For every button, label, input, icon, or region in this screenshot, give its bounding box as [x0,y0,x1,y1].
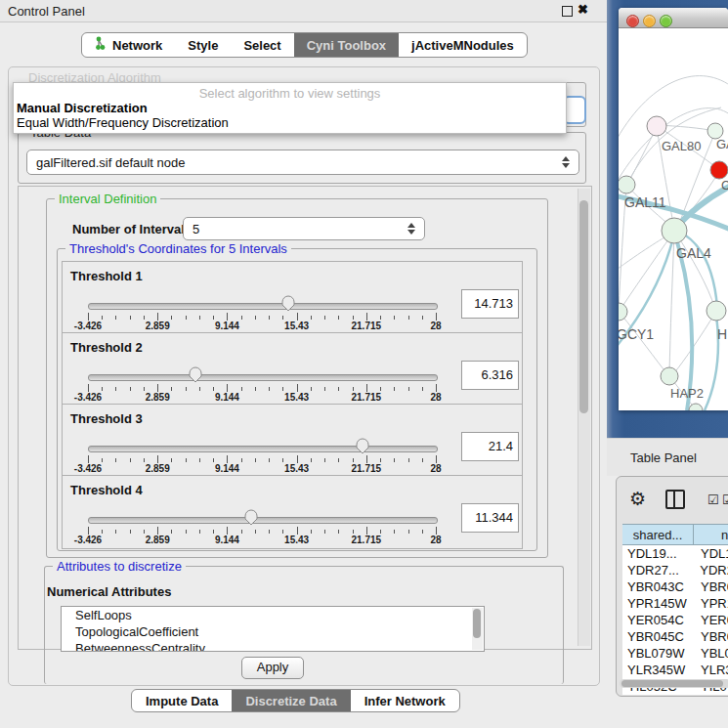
scrollbar-thumb[interactable] [473,609,481,638]
tick-mark [422,458,423,462]
table-data-combobox[interactable]: galFiltered.sif default node [26,150,579,175]
slider-scale-labels: -3.4262.8599.14415.4321.71528 [88,392,436,404]
slider-thumb[interactable] [355,437,370,455]
list-item[interactable]: SelfLoops [62,607,484,623]
close-traffic-light-icon[interactable] [626,15,639,27]
slider-track[interactable] [88,517,438,524]
table-row[interactable]: YER054CYER0 [622,612,728,628]
tick-mark [144,387,145,391]
scale-label: 9.144 [215,392,239,403]
slider-scale-labels: -3.4262.8599.14415.4321.71528 [88,463,436,475]
table-row[interactable]: YBR045CYBR0 [622,628,728,645]
tick-mark [353,458,354,462]
float-window-icon[interactable] [562,6,573,17]
tab-style[interactable]: Style [175,33,231,57]
threshold-value-field[interactable]: 11.344 [461,503,519,533]
threshold-value-field[interactable]: 14.713 [461,289,519,319]
cell-shared-name: YBR045C [622,629,698,644]
tick-mark [366,313,367,321]
list-item[interactable]: BetweennessCentrality [62,640,484,652]
slider-track[interactable] [88,446,438,452]
network-node[interactable] [619,176,635,193]
zoom-traffic-light-icon[interactable] [660,15,672,27]
tick-mark [255,387,256,391]
group-title: Attributes to discretize [53,559,186,574]
scale-label: 9.144 [215,535,239,545]
tick-mark [88,527,89,535]
network-node[interactable] [689,404,703,410]
tick-mark [324,530,325,534]
scale-label: 21.715 [352,535,382,545]
table-row[interactable]: YBR043CYBR0 [622,578,728,595]
tab-infer-network[interactable]: Infer Network [351,690,459,711]
algorithm-dropdown-popup: Select algorithm to view settings Manual… [13,82,567,134]
tick-mark [171,458,172,462]
cell-name: YLR3 [698,663,728,677]
tick-mark [213,316,214,320]
tick-mark [157,313,158,321]
network-window: GAL80GACGAL11GAL4GCY1HHAP2 [619,8,728,410]
horizontal-scrollbar[interactable] [620,679,728,688]
network-node[interactable] [647,116,666,136]
apply-button[interactable]: Apply [241,657,304,679]
network-node[interactable] [710,161,728,179]
tick-mark [255,458,256,462]
slider-track[interactable] [88,303,438,310]
slider-track[interactable] [88,374,438,381]
threshold-panel: Threshold 4 -3.4262.8599.14415.4321.7152… [62,475,523,549]
dropdown-option-equal-width[interactable]: Equal Width/Frequency Discretization [17,115,229,130]
tick-mark [269,387,270,391]
settings-gear-icon[interactable]: ⚙ [629,488,646,510]
checkbox-icon[interactable]: ☑ [722,492,728,507]
network-node[interactable] [707,301,726,321]
tab-jactivemnodules[interactable]: jActiveMNodules [399,33,527,57]
dropdown-option-manual[interactable]: Manual Discretization [17,101,148,115]
cell-name: YER0 [698,613,728,627]
network-node[interactable] [661,367,678,385]
list-scrollbar[interactable] [472,608,483,650]
scale-label: -3.426 [74,535,102,545]
minimize-traffic-light-icon[interactable] [643,15,656,27]
dropdown-placeholder-option[interactable]: Select algorithm to view settings [14,86,566,101]
table-row[interactable]: YDR27...YDR2 [622,562,728,578]
column-header-shared-name[interactable]: shared... [622,525,694,544]
tab-discretize-data[interactable]: Discretize Data [232,690,350,711]
column-layout-icon[interactable] [665,490,685,509]
network-node[interactable] [619,303,627,321]
tick-mark [102,316,103,320]
threshold-value-field[interactable]: 21.4 [461,432,519,461]
tab-network[interactable]: Network [82,33,175,57]
threshold-value-field[interactable]: 6.316 [461,361,519,390]
tick-mark [436,384,437,392]
cyni-bottom-tabs: Impute Data Discretize Data Infer Networ… [131,689,460,712]
network-canvas[interactable]: GAL80GACGAL11GAL4GCY1HHAP2 [619,27,728,410]
slider-thumb[interactable] [280,294,296,313]
network-node[interactable] [662,218,687,243]
tick-mark [130,387,131,391]
list-item[interactable]: TopologicalCoefficient [62,623,484,640]
close-icon[interactable]: ✖ [578,2,588,17]
tab-impute-data[interactable]: Impute Data [132,690,232,711]
tick-mark [130,458,131,462]
table-row[interactable]: YLR345WYLR3 [622,662,728,678]
slider-thumb[interactable] [243,508,259,527]
tick-mark [408,316,409,320]
num-intervals-combobox[interactable]: 5 [183,217,425,240]
column-header-name[interactable]: n [694,525,728,544]
table-row[interactable]: YDL19...YDL1 [622,545,728,562]
scrollbar-thumb[interactable] [579,200,588,413]
node-label: C [721,178,728,193]
tick-mark [353,387,354,391]
table-row[interactable]: YPR145WYPR1 [622,595,728,612]
network-window-titlebar[interactable] [619,8,728,28]
table-data-group: Table Data galFiltered.sif default node [18,132,586,184]
slider-thumb[interactable] [188,365,203,384]
scrollbar-thumb[interactable] [621,680,723,687]
tab-select[interactable]: Select [231,33,293,57]
tab-cyni-toolbox[interactable]: Cyni Toolbox [294,33,399,57]
tick-mark [227,313,228,321]
checkbox-icon[interactable]: ☑ [707,492,719,507]
cell-shared-name: YBR043C [622,579,698,594]
table-row[interactable]: YBL079WYBL0 [622,645,728,662]
vertical-scrollbar[interactable] [578,189,590,646]
